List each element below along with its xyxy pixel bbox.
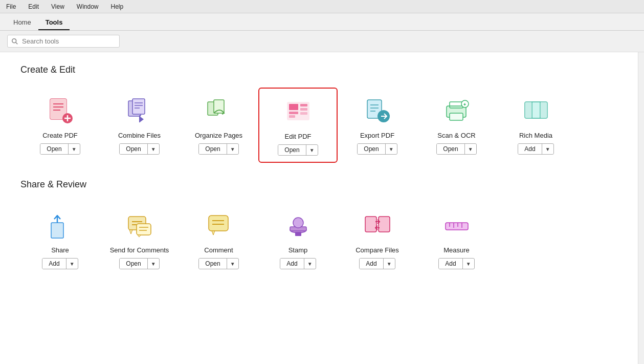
share-review-grid: Share Add ▼ Send <box>20 202 624 275</box>
tool-card-create-pdf: Create PDF Open ▼ <box>20 88 100 163</box>
svg-rect-22 <box>300 104 307 106</box>
send-for-comments-btn-group: Open ▼ <box>119 258 159 269</box>
stamp-icon <box>283 210 314 241</box>
svg-rect-40 <box>51 223 63 238</box>
organize-pages-btn-group: Open ▼ <box>198 143 238 155</box>
export-pdf-label: Export PDF <box>360 132 394 139</box>
edit-pdf-btn-group: Open ▼ <box>278 144 318 156</box>
send-for-comments-arrow-btn[interactable]: ▼ <box>148 260 159 268</box>
compare-files-icon <box>362 210 393 241</box>
stamp-btn-group: Add ▼ <box>280 258 316 269</box>
export-pdf-btn-group: Open ▼ <box>357 143 397 155</box>
svg-rect-11 <box>132 99 145 114</box>
create-edit-grid: Create PDF Open ▼ Combine Files <box>20 88 624 163</box>
tool-card-scan-ocr: ✦ Scan & OCR Open ▼ <box>417 88 496 163</box>
svg-marker-52 <box>212 231 215 235</box>
search-input[interactable] <box>7 35 120 48</box>
share-label: Share <box>51 246 69 254</box>
tab-bar: Home Tools <box>0 13 644 31</box>
svg-rect-23 <box>300 108 307 111</box>
edit-pdf-icon <box>283 97 314 127</box>
menu-help[interactable]: Help <box>109 2 126 11</box>
menu-file[interactable]: File <box>4 2 18 11</box>
tool-card-send-for-comments: Send for Comments Open ▼ <box>100 202 179 275</box>
compare-files-add-btn[interactable]: Add <box>360 259 383 269</box>
share-icon <box>45 210 76 241</box>
rich-media-icon <box>521 96 551 126</box>
svg-rect-56 <box>295 232 301 236</box>
share-arrow-btn[interactable]: ▼ <box>66 260 78 268</box>
scan-ocr-open-btn[interactable]: Open <box>437 144 464 154</box>
svg-rect-57 <box>365 217 376 232</box>
tool-card-organize-pages: Organize Pages Open ▼ <box>179 88 258 163</box>
measure-add-btn[interactable]: Add <box>439 259 462 269</box>
tool-card-comment: Comment Open ▼ <box>179 202 258 275</box>
svg-rect-39 <box>540 102 547 118</box>
tool-card-measure: Measure Add ▼ <box>417 202 496 275</box>
search-bar <box>0 31 644 52</box>
menu-view[interactable]: View <box>49 2 66 11</box>
scan-ocr-icon: ✦ <box>441 96 472 126</box>
scan-ocr-btn-group: Open ▼ <box>436 143 476 155</box>
measure-icon <box>441 210 472 241</box>
svg-rect-32 <box>450 113 463 120</box>
comment-label: Comment <box>204 246 233 254</box>
comment-icon <box>204 210 234 241</box>
stamp-add-btn[interactable]: Add <box>280 259 304 269</box>
stamp-arrow-btn[interactable]: ▼ <box>304 260 316 268</box>
share-btn-group: Add ▼ <box>42 258 78 269</box>
create-pdf-btn-group: Open ▼ <box>40 143 80 155</box>
svg-rect-49 <box>209 216 228 231</box>
rich-media-add-btn[interactable]: Add <box>518 144 542 154</box>
svg-point-55 <box>293 218 303 228</box>
send-for-comments-open-btn[interactable]: Open <box>120 259 147 269</box>
tool-card-stamp: Stamp Add ▼ <box>258 202 338 275</box>
compare-files-arrow-btn[interactable]: ▼ <box>384 260 395 268</box>
scan-ocr-arrow-btn[interactable]: ▼ <box>465 145 476 154</box>
scrollbar[interactable] <box>638 52 644 364</box>
comment-open-btn[interactable]: Open <box>199 259 227 269</box>
svg-rect-20 <box>289 112 298 114</box>
tool-card-combine-files: Combine Files Open ▼ <box>100 88 179 163</box>
comment-arrow-btn[interactable]: ▼ <box>227 260 238 268</box>
comment-btn-group: Open ▼ <box>198 258 238 269</box>
organize-pages-arrow-btn[interactable]: ▼ <box>227 145 238 154</box>
organize-pages-open-btn[interactable]: Open <box>199 144 227 154</box>
menu-window[interactable]: Window <box>75 2 101 11</box>
svg-rect-21 <box>289 115 295 118</box>
svg-rect-45 <box>137 224 151 235</box>
compare-files-label: Compare Files <box>356 246 399 254</box>
svg-rect-59 <box>446 223 468 230</box>
create-pdf-label: Create PDF <box>42 132 78 139</box>
create-pdf-open-btn[interactable]: Open <box>40 144 68 154</box>
edit-pdf-arrow-btn[interactable]: ▼ <box>306 146 318 155</box>
share-add-btn[interactable]: Add <box>42 259 66 269</box>
svg-marker-44 <box>129 230 132 234</box>
svg-rect-24 <box>300 112 307 115</box>
send-for-comments-icon <box>124 210 155 241</box>
combine-files-arrow-btn[interactable]: ▼ <box>148 145 159 154</box>
menu-edit[interactable]: Edit <box>26 2 41 11</box>
combine-files-icon <box>124 96 155 126</box>
tab-tools[interactable]: Tools <box>38 15 70 30</box>
export-pdf-arrow-btn[interactable]: ▼ <box>386 145 397 154</box>
svg-text:✦: ✦ <box>463 102 467 107</box>
rich-media-arrow-btn[interactable]: ▼ <box>542 145 553 154</box>
create-pdf-arrow-btn[interactable]: ▼ <box>69 145 80 154</box>
scan-ocr-label: Scan & OCR <box>437 132 475 139</box>
tool-card-share: Share Add ▼ <box>20 202 100 275</box>
measure-btn-group: Add ▼ <box>438 258 474 269</box>
edit-pdf-open-btn[interactable]: Open <box>278 145 306 155</box>
export-pdf-icon <box>362 96 393 126</box>
compare-files-btn-group: Add ▼ <box>359 258 395 269</box>
organize-pages-label: Organize Pages <box>195 132 242 139</box>
measure-arrow-btn[interactable]: ▼ <box>463 260 474 268</box>
tool-card-compare-files: Compare Files Add ▼ <box>338 202 417 275</box>
organize-pages-icon <box>204 96 234 126</box>
export-pdf-open-btn[interactable]: Open <box>358 144 385 154</box>
svg-rect-58 <box>379 217 390 232</box>
combine-files-open-btn[interactable]: Open <box>120 144 147 154</box>
tab-home[interactable]: Home <box>6 15 38 30</box>
rich-media-label: Rich Media <box>519 132 552 139</box>
rich-media-btn-group: Add ▼ <box>518 143 553 155</box>
